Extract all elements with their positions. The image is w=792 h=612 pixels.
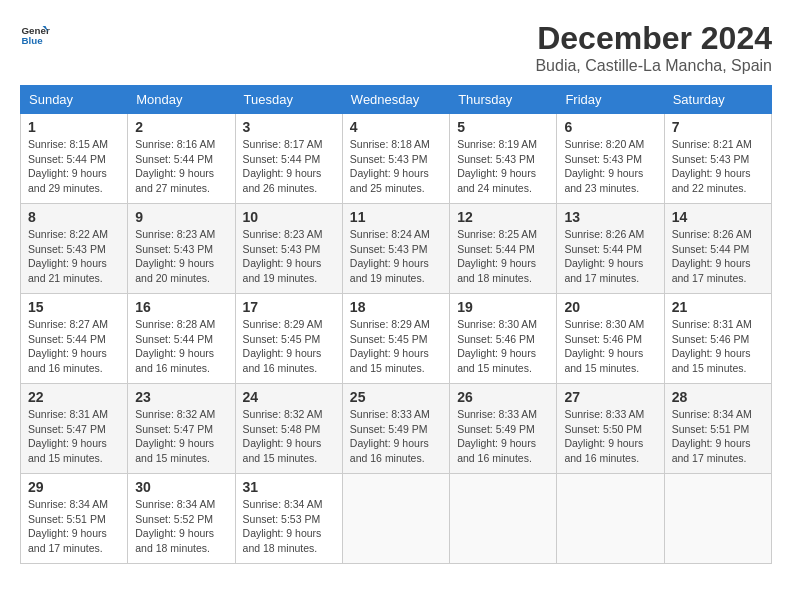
table-row: 27Sunrise: 8:33 AMSunset: 5:50 PMDayligh…: [557, 384, 664, 474]
table-row: 3Sunrise: 8:17 AMSunset: 5:44 PMDaylight…: [235, 114, 342, 204]
col-wednesday: Wednesday: [342, 86, 449, 114]
col-sunday: Sunday: [21, 86, 128, 114]
table-row: 28Sunrise: 8:34 AMSunset: 5:51 PMDayligh…: [664, 384, 771, 474]
calendar-table: Sunday Monday Tuesday Wednesday Thursday…: [20, 85, 772, 564]
table-row: 17Sunrise: 8:29 AMSunset: 5:45 PMDayligh…: [235, 294, 342, 384]
table-row: [557, 474, 664, 564]
table-row: 11Sunrise: 8:24 AMSunset: 5:43 PMDayligh…: [342, 204, 449, 294]
table-row: 31Sunrise: 8:34 AMSunset: 5:53 PMDayligh…: [235, 474, 342, 564]
table-row: 18Sunrise: 8:29 AMSunset: 5:45 PMDayligh…: [342, 294, 449, 384]
table-row: 12Sunrise: 8:25 AMSunset: 5:44 PMDayligh…: [450, 204, 557, 294]
col-saturday: Saturday: [664, 86, 771, 114]
table-row: 8Sunrise: 8:22 AMSunset: 5:43 PMDaylight…: [21, 204, 128, 294]
table-row: 13Sunrise: 8:26 AMSunset: 5:44 PMDayligh…: [557, 204, 664, 294]
table-row: 29Sunrise: 8:34 AMSunset: 5:51 PMDayligh…: [21, 474, 128, 564]
table-row: 16Sunrise: 8:28 AMSunset: 5:44 PMDayligh…: [128, 294, 235, 384]
table-row: 9Sunrise: 8:23 AMSunset: 5:43 PMDaylight…: [128, 204, 235, 294]
table-row: [342, 474, 449, 564]
month-title: December 2024: [535, 20, 772, 57]
table-row: 15Sunrise: 8:27 AMSunset: 5:44 PMDayligh…: [21, 294, 128, 384]
table-row: 25Sunrise: 8:33 AMSunset: 5:49 PMDayligh…: [342, 384, 449, 474]
title-area: December 2024 Budia, Castille-La Mancha,…: [535, 20, 772, 75]
table-row: 30Sunrise: 8:34 AMSunset: 5:52 PMDayligh…: [128, 474, 235, 564]
logo-icon: General Blue: [20, 20, 50, 50]
table-row: 19Sunrise: 8:30 AMSunset: 5:46 PMDayligh…: [450, 294, 557, 384]
table-row: 6Sunrise: 8:20 AMSunset: 5:43 PMDaylight…: [557, 114, 664, 204]
table-row: 22Sunrise: 8:31 AMSunset: 5:47 PMDayligh…: [21, 384, 128, 474]
table-row: 24Sunrise: 8:32 AMSunset: 5:48 PMDayligh…: [235, 384, 342, 474]
col-friday: Friday: [557, 86, 664, 114]
table-row: 23Sunrise: 8:32 AMSunset: 5:47 PMDayligh…: [128, 384, 235, 474]
table-row: [664, 474, 771, 564]
logo: General Blue: [20, 20, 50, 50]
table-row: [450, 474, 557, 564]
col-monday: Monday: [128, 86, 235, 114]
table-row: 5Sunrise: 8:19 AMSunset: 5:43 PMDaylight…: [450, 114, 557, 204]
table-row: 2Sunrise: 8:16 AMSunset: 5:44 PMDaylight…: [128, 114, 235, 204]
table-row: 20Sunrise: 8:30 AMSunset: 5:46 PMDayligh…: [557, 294, 664, 384]
page-header: General Blue December 2024 Budia, Castil…: [20, 20, 772, 75]
table-row: 10Sunrise: 8:23 AMSunset: 5:43 PMDayligh…: [235, 204, 342, 294]
col-thursday: Thursday: [450, 86, 557, 114]
svg-text:General: General: [22, 25, 51, 36]
table-row: 1Sunrise: 8:15 AMSunset: 5:44 PMDaylight…: [21, 114, 128, 204]
svg-text:Blue: Blue: [22, 35, 44, 46]
table-row: 7Sunrise: 8:21 AMSunset: 5:43 PMDaylight…: [664, 114, 771, 204]
table-row: 4Sunrise: 8:18 AMSunset: 5:43 PMDaylight…: [342, 114, 449, 204]
table-row: 26Sunrise: 8:33 AMSunset: 5:49 PMDayligh…: [450, 384, 557, 474]
location-title: Budia, Castille-La Mancha, Spain: [535, 57, 772, 75]
col-tuesday: Tuesday: [235, 86, 342, 114]
header-row: Sunday Monday Tuesday Wednesday Thursday…: [21, 86, 772, 114]
table-row: 14Sunrise: 8:26 AMSunset: 5:44 PMDayligh…: [664, 204, 771, 294]
table-row: 21Sunrise: 8:31 AMSunset: 5:46 PMDayligh…: [664, 294, 771, 384]
